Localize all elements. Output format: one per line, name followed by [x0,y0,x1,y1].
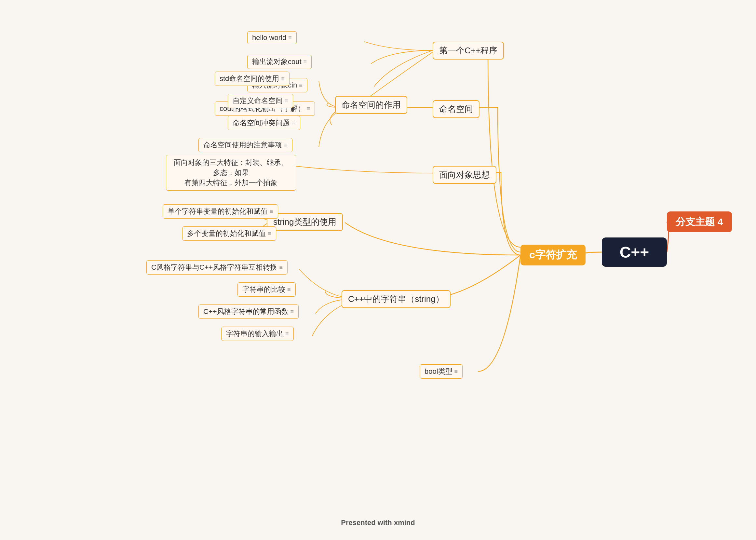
cpp-str-func-label: C++风格字符串的常用函数 [203,307,289,317]
namespace-label: 命名空间 [439,103,473,115]
c-cpp-convert-node: C风格字符串与C++风格字符串互相转换 ≡ [146,260,288,275]
oop-label: 面向对象思想 [439,169,490,181]
cchar-label: c字符扩充 [529,248,577,262]
bool-label: bool类型 [425,367,452,376]
single-init-node: 单个字符串变量的初始化和赋值 ≡ [163,204,278,218]
str-io-icon: ≡ [285,331,289,338]
multi-init-icon: ≡ [268,230,271,237]
cpp-string-label: C++中的字符串（string） [348,293,444,305]
hw-icon: ≡ [288,35,292,41]
hello-world-node: hello world ≡ [247,31,297,44]
custom-ns-label: 自定义命名空间 [233,96,283,106]
custom-ns-node: 自定义命名空间 ≡ [228,94,293,108]
ns-note-node: 命名空间使用的注意事项 ≡ [198,138,293,152]
cpp-str-func-node: C++风格字符串的常用函数 ≡ [198,305,299,319]
footer-presented: Presented with [341,518,394,527]
str-io-node: 字符串的输入输出 ≡ [221,327,294,341]
ns-conflict-label: 命名空间冲突问题 [233,118,290,128]
cout-node: 输出流对象cout ≡ [247,55,312,69]
str-compare-node: 字符串的比较 ≡ [237,282,296,297]
ns-conflict-node: 命名空间冲突问题 ≡ [228,116,300,130]
oop-node: 面向对象思想 [433,166,496,184]
oop-features-node: 面向对象的三大特征：封装、继承、多态，如果有第四大特征，外加一个抽象 [166,155,296,191]
first-cpp-label: 第一个C++程序 [439,45,497,56]
footer: Presented with xmind [341,518,415,527]
footer-app: xmind [394,518,415,527]
namespace-use-label: 命名空间的作用 [341,99,401,111]
std-ns-label: std命名空间的使用 [219,74,279,83]
multi-init-node: 多个变量的初始化和赋值 ≡ [182,226,276,241]
cpp-str-func-icon: ≡ [291,308,294,315]
cchar-node: c字符扩充 [521,245,585,265]
custom-ns-icon: ≡ [285,97,288,104]
c-cpp-convert-label: C风格字符串与C++风格字符串互相转换 [151,262,277,272]
branch4-label: 分支主题 4 [676,215,723,229]
center-node: C++ [602,237,667,267]
c-cpp-convert-icon: ≡ [279,264,283,271]
cpp-string-node: C++中的字符串（string） [341,290,450,308]
std-ns-node: std命名空间的使用 ≡ [215,71,290,86]
namespace-use-node: 命名空间的作用 [335,96,407,114]
cout-label: 输出流对象cout [252,57,302,67]
cout-format-icon: ≡ [307,105,310,112]
ns-conflict-icon: ≡ [292,120,295,127]
cin-icon: ≡ [299,82,303,89]
branch4-node: 分支主题 4 [667,211,732,232]
oop-features-label: 面向对象的三大特征：封装、继承、多态，如果有第四大特征，外加一个抽象 [172,158,291,188]
center-label: C++ [620,243,649,261]
single-init-icon: ≡ [270,208,273,215]
namespace-node: 命名空间 [433,100,479,118]
bool-icon: ≡ [454,368,458,375]
ns-note-label: 命名空间使用的注意事项 [203,140,282,150]
hello-world-label: hello world [252,34,286,42]
first-cpp-node: 第一个C++程序 [433,42,504,60]
cout-icon: ≡ [304,59,307,66]
ns-note-icon: ≡ [284,142,288,149]
str-io-label: 字符串的输入输出 [226,329,283,338]
str-compare-icon: ≡ [287,286,291,293]
string-use-node: string类型的使用 [267,213,343,231]
string-use-label: string类型的使用 [273,216,336,228]
str-compare-label: 字符串的比较 [242,285,285,294]
single-init-label: 单个字符串变量的初始化和赋值 [168,206,268,216]
std-ns-icon: ≡ [281,75,285,82]
multi-init-label: 多个变量的初始化和赋值 [187,229,266,238]
bool-node: bool类型 ≡ [420,364,462,379]
